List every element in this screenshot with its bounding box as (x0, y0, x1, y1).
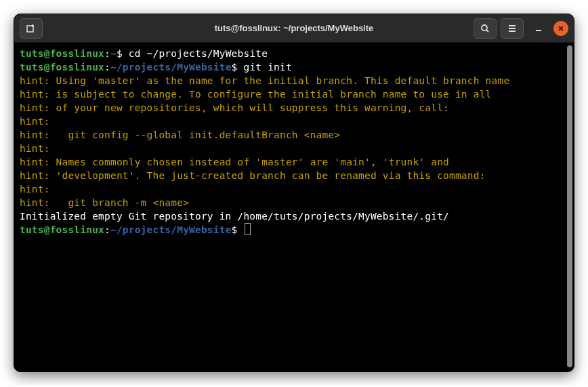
prompt-colon: : (104, 224, 110, 235)
titlebar: tuts@fosslinux: ~/projects/MyWebsite (14, 14, 574, 43)
command-cd: cd ~/projects/MyWebsite (129, 48, 268, 59)
new-tab-button[interactable] (20, 18, 43, 39)
minimize-button[interactable] (530, 20, 547, 37)
terminal-window: tuts@fosslinux: ~/projects/MyWebsite tut… (14, 14, 574, 372)
prompt-dollar: $ (232, 224, 244, 235)
hint-line: hint: of your new repositories, which wi… (20, 102, 449, 113)
output-initialized: Initialized empty Git repository in /hom… (20, 211, 449, 222)
hint-line: hint: git config --global init.defaultBr… (20, 129, 340, 140)
prompt-dollar: $ (117, 48, 129, 59)
menu-button[interactable] (501, 18, 524, 39)
cursor (245, 223, 251, 235)
close-button[interactable] (553, 21, 568, 36)
hint-line: hint: Using 'master' as the name for the… (20, 75, 509, 86)
svg-line-4 (486, 30, 488, 32)
prompt-user-host: tuts@fosslinux (20, 62, 104, 73)
window-title: tuts@fosslinux: ~/projects/MyWebsite (215, 23, 374, 33)
hint-line: hint: (20, 116, 50, 127)
prompt-user-host: tuts@fosslinux (20, 224, 104, 235)
prompt-colon: : (104, 62, 110, 73)
prompt-dollar: $ (232, 62, 244, 73)
hint-line: hint: Names commonly chosen instead of '… (20, 157, 449, 167)
scrollbar[interactable] (567, 45, 572, 367)
prompt-colon: : (104, 48, 110, 59)
prompt-path-full: ~/projects/MyWebsite (110, 224, 232, 235)
terminal-body[interactable]: tuts@fosslinux:~$ cd ~/projects/MyWebsit… (14, 43, 574, 371)
svg-point-3 (482, 25, 487, 30)
hint-line: hint: (20, 184, 50, 195)
prompt-path-home: ~ (110, 48, 117, 59)
prompt-user-host: tuts@fosslinux (20, 48, 104, 59)
hint-line: hint: (20, 143, 50, 154)
search-button[interactable] (474, 18, 497, 39)
prompt-path-full: ~/projects/MyWebsite (110, 62, 232, 73)
hint-line: hint: is subject to change. To configure… (20, 89, 492, 100)
command-git-init: git init (243, 62, 291, 73)
terminal-content: tuts@fosslinux:~$ cd ~/projects/MyWebsit… (20, 47, 568, 237)
hint-line: hint: git branch -m <name> (20, 197, 189, 208)
hint-line: hint: 'development'. The just-created br… (20, 170, 486, 181)
